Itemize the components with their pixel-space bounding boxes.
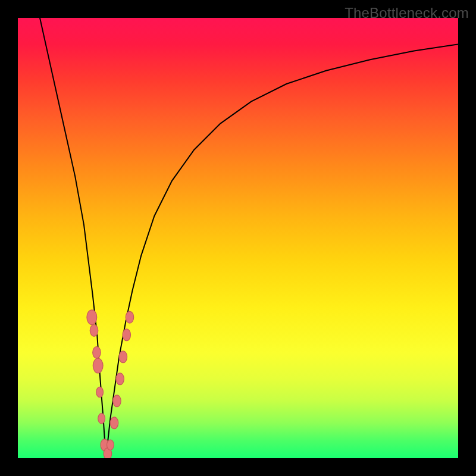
sample-point [110, 417, 118, 429]
plot-area [18, 18, 458, 458]
chart-svg [18, 18, 458, 458]
watermark-text: TheBottleneck.com [345, 5, 469, 21]
sample-point [93, 346, 101, 358]
sample-point [93, 358, 103, 373]
sample-point [123, 329, 130, 341]
sample-point [90, 324, 98, 336]
sample-point [96, 387, 104, 397]
sample-point [119, 351, 127, 363]
sample-point [113, 395, 121, 407]
sample-points-group [87, 310, 134, 458]
chart-frame: TheBottleneck.com [0, 0, 476, 476]
sample-point [126, 311, 133, 323]
sample-point [107, 440, 114, 450]
sample-point [98, 414, 105, 424]
sample-point [116, 373, 124, 385]
sample-point [87, 310, 97, 325]
